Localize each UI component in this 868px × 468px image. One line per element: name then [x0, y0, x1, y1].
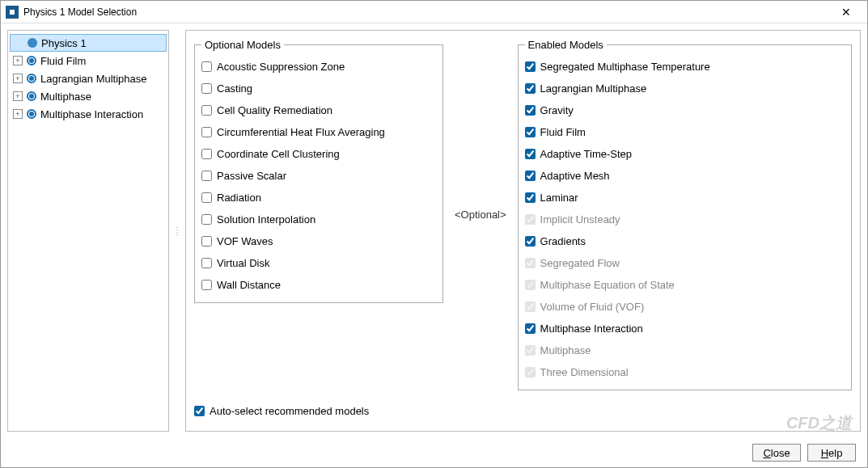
- enabled-item: Implicit Unsteady: [525, 209, 845, 230]
- enabled-checkbox: [525, 280, 536, 290]
- enabled-item[interactable]: Segregated Multiphase Temperature: [525, 56, 845, 78]
- optional-item[interactable]: Casting: [201, 78, 436, 99]
- optional-item[interactable]: Passive Scalar: [201, 165, 436, 187]
- enabled-checkbox[interactable]: [525, 105, 536, 116]
- enabled-checkbox[interactable]: [525, 83, 536, 94]
- expand-icon[interactable]: +: [13, 91, 23, 101]
- enabled-item[interactable]: Adaptive Mesh: [525, 165, 845, 187]
- enabled-item[interactable]: Fluid Film: [525, 121, 845, 143]
- optional-checkbox[interactable]: [201, 149, 212, 159]
- physics-icon: [27, 37, 38, 48]
- optional-tag: <Optional>: [451, 209, 510, 221]
- node-icon: [26, 108, 37, 120]
- optional-item-label: Cell Quality Remediation: [217, 104, 332, 116]
- tree-item-label: Fluid Film: [40, 55, 86, 67]
- optional-item[interactable]: Circumferential Heat Flux Averaging: [201, 121, 436, 143]
- optional-checkbox[interactable]: [201, 83, 212, 94]
- enabled-item[interactable]: Multiphase Interaction: [525, 318, 845, 339]
- optional-checkbox[interactable]: [201, 61, 212, 72]
- optional-item[interactable]: Radiation: [201, 187, 436, 209]
- enabled-item: Three Dimensional: [525, 361, 845, 383]
- enabled-checkbox: [525, 367, 536, 377]
- optional-checkbox[interactable]: [201, 105, 212, 116]
- footer: Close Help: [1, 438, 867, 467]
- autoselect-row[interactable]: Auto-select recommended models: [194, 405, 852, 417]
- enabled-item-label: Segregated Flow: [540, 257, 845, 269]
- svg-point-4: [30, 77, 33, 80]
- enabled-checkbox: [525, 301, 536, 312]
- enabled-item-label: Lagrangian Multiphase: [540, 82, 845, 95]
- optional-checkbox[interactable]: [201, 127, 212, 137]
- optional-models-group: Optional Models Acoustic Suppression Zon…: [194, 39, 443, 303]
- enabled-checkbox[interactable]: [525, 236, 536, 247]
- optional-checkbox[interactable]: [201, 171, 212, 181]
- enabled-checkbox[interactable]: [525, 61, 536, 72]
- tree-item-label: Lagrangian Multiphase: [40, 73, 147, 85]
- enabled-checkbox[interactable]: [525, 149, 536, 159]
- enabled-item-label: Laminar: [540, 192, 845, 204]
- svg-point-8: [30, 112, 33, 116]
- titlebar: Physics 1 Model Selection ✕: [1, 1, 867, 23]
- expand-icon[interactable]: +: [13, 74, 23, 83]
- enabled-item-label: Multiphase Equation of State: [540, 279, 845, 291]
- optional-item[interactable]: Cell Quality Remediation: [201, 99, 436, 121]
- enabled-item-label: Volume of Fluid (VOF): [540, 301, 845, 313]
- optional-checkbox[interactable]: [201, 258, 212, 268]
- tree-item[interactable]: +Multiphase Interaction: [10, 105, 167, 123]
- enabled-item[interactable]: Adaptive Time-Step: [525, 143, 845, 165]
- optional-item-label: Acoustic Suppression Zone: [217, 61, 345, 73]
- enabled-checkbox[interactable]: [525, 192, 536, 203]
- app-icon: [6, 6, 19, 19]
- expand-icon[interactable]: +: [13, 56, 23, 65]
- close-button[interactable]: Close: [752, 444, 801, 462]
- help-button[interactable]: Help: [807, 444, 856, 462]
- expand-icon[interactable]: +: [13, 109, 23, 119]
- optional-checkbox[interactable]: [201, 214, 212, 225]
- optional-item-label: VOF Waves: [217, 235, 273, 247]
- node-icon: [26, 91, 37, 102]
- enabled-item-label: Adaptive Mesh: [540, 170, 845, 182]
- optional-item-label: Solution Interpolation: [217, 213, 315, 226]
- optional-item-label: Circumferential Heat Flux Averaging: [217, 126, 385, 138]
- autoselect-checkbox[interactable]: [194, 406, 205, 416]
- optional-item[interactable]: Acoustic Suppression Zone: [201, 56, 436, 78]
- enabled-item[interactable]: Gravity: [525, 99, 845, 121]
- optional-checkbox[interactable]: [201, 236, 212, 247]
- autoselect-label: Auto-select recommended models: [210, 405, 369, 417]
- close-icon[interactable]: ✕: [830, 6, 862, 19]
- optional-item-label: Coordinate Cell Clustering: [217, 148, 340, 160]
- enabled-item[interactable]: Gradients: [525, 230, 845, 252]
- enabled-item[interactable]: Laminar: [525, 187, 845, 209]
- enabled-item: Multiphase Equation of State: [525, 274, 845, 296]
- tree-item-label: Multiphase Interaction: [40, 108, 143, 120]
- svg-point-2: [30, 59, 33, 62]
- tree-item[interactable]: +Fluid Film: [10, 52, 167, 70]
- enabled-checkbox[interactable]: [525, 323, 536, 334]
- optional-item[interactable]: Solution Interpolation: [201, 209, 436, 230]
- optional-item-label: Casting: [217, 82, 252, 95]
- tree-root[interactable]: Physics 1: [10, 34, 167, 52]
- enabled-checkbox[interactable]: [525, 171, 536, 181]
- svg-point-0: [28, 38, 37, 48]
- optional-checkbox[interactable]: [201, 192, 212, 203]
- enabled-item-label: Fluid Film: [540, 126, 845, 138]
- enabled-item[interactable]: Lagrangian Multiphase: [525, 78, 845, 99]
- enabled-checkbox: [525, 258, 536, 268]
- svg-point-6: [30, 95, 33, 98]
- enabled-item: Volume of Fluid (VOF): [525, 296, 845, 318]
- tree-root-label: Physics 1: [41, 37, 87, 49]
- tree-item-label: Multiphase: [40, 91, 91, 103]
- optional-item[interactable]: Coordinate Cell Clustering: [201, 143, 436, 165]
- splitter[interactable]: ····: [174, 30, 180, 432]
- tree-item[interactable]: +Lagrangian Multiphase: [10, 70, 167, 87]
- help-button-rest: elp: [828, 447, 842, 459]
- optional-checkbox[interactable]: [201, 280, 212, 290]
- tree-item[interactable]: +Multiphase: [10, 87, 167, 105]
- close-button-rest: lose: [771, 447, 790, 459]
- optional-item[interactable]: VOF Waves: [201, 230, 436, 252]
- expand-placeholder: [14, 38, 23, 48]
- optional-item[interactable]: Virtual Disk: [201, 252, 436, 274]
- optional-item[interactable]: Wall Distance: [201, 274, 436, 296]
- enabled-checkbox[interactable]: [525, 127, 536, 137]
- window-title: Physics 1 Model Selection: [23, 6, 830, 18]
